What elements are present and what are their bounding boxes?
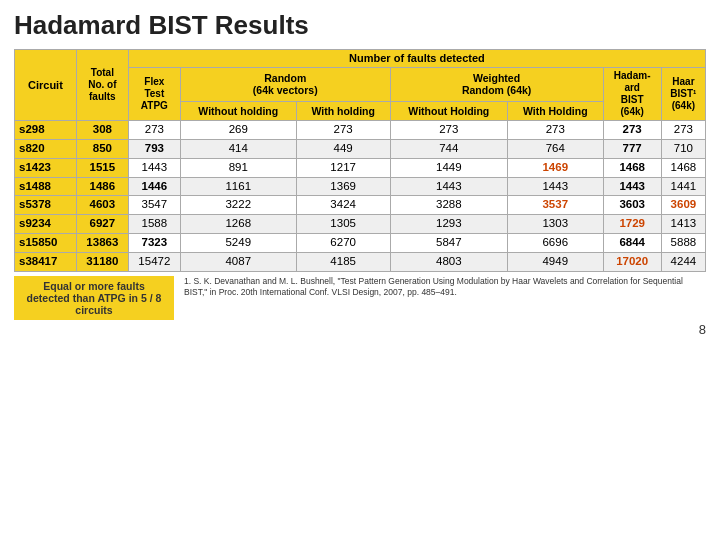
wrnd-with-cell: 4949: [507, 252, 603, 271]
circuit-cell: s15850: [15, 233, 77, 252]
total-cell: 850: [76, 139, 128, 158]
hadamard-cell: 1729: [603, 215, 661, 234]
hadamard-cell: 273: [603, 121, 661, 140]
rnd-with-cell: 3424: [296, 196, 390, 215]
hadamard-cell: 17020: [603, 252, 661, 271]
rnd-with-header: With holding: [296, 101, 390, 121]
flex-cell: 15472: [128, 252, 180, 271]
hadamard-cell: 6844: [603, 233, 661, 252]
flex-test-header: FlexTestATPG: [128, 68, 180, 121]
wrnd-without-cell: 744: [390, 139, 507, 158]
random-64k-header: Random(64k vectors): [180, 68, 390, 101]
wrnd-without-cell: 273: [390, 121, 507, 140]
circuit-cell: s38417: [15, 252, 77, 271]
hadamard-cell: 1468: [603, 158, 661, 177]
results-table: Circuit TotalNo. offaults Number of faul…: [14, 49, 706, 272]
wrnd-with-cell: 764: [507, 139, 603, 158]
circuit-cell: s820: [15, 139, 77, 158]
haar-cell: 710: [661, 139, 705, 158]
wrnd-without-cell: 1293: [390, 215, 507, 234]
haar-cell: 273: [661, 121, 705, 140]
total-cell: 31180: [76, 252, 128, 271]
flex-cell: 1443: [128, 158, 180, 177]
rnd-without-cell: 3222: [180, 196, 296, 215]
wrnd-with-cell: 3537: [507, 196, 603, 215]
haar-cell: 4244: [661, 252, 705, 271]
wrnd-with-cell: 1469: [507, 158, 603, 177]
rnd-with-cell: 6270: [296, 233, 390, 252]
footer-footnote: 1. S. K. Devanathan and M. L. Bushnell, …: [184, 276, 706, 300]
rnd-with-cell: 4185: [296, 252, 390, 271]
haar-cell: 1468: [661, 158, 705, 177]
page-number: 8: [14, 322, 706, 337]
rnd-without-cell: 414: [180, 139, 296, 158]
wrnd-without-cell: 1449: [390, 158, 507, 177]
rnd-without-cell: 891: [180, 158, 296, 177]
rnd-with-cell: 1305: [296, 215, 390, 234]
haar-cell: 1413: [661, 215, 705, 234]
rnd-without-header: Without holding: [180, 101, 296, 121]
total-cell: 1486: [76, 177, 128, 196]
hadamard-header: Hadam-ardBIST(64k): [603, 68, 661, 121]
total-cell: 6927: [76, 215, 128, 234]
circuit-cell: s1488: [15, 177, 77, 196]
wrnd-with-cell: 273: [507, 121, 603, 140]
weighted-random-header: WeightedRandom (64k): [390, 68, 603, 101]
hadamard-cell: 3603: [603, 196, 661, 215]
number-faults-header: Number of faults detected: [128, 50, 705, 68]
rnd-without-cell: 1268: [180, 215, 296, 234]
rnd-without-cell: 1161: [180, 177, 296, 196]
haar-cell: 3609: [661, 196, 705, 215]
circuit-cell: s298: [15, 121, 77, 140]
rnd-with-cell: 1369: [296, 177, 390, 196]
results-table-wrap: Circuit TotalNo. offaults Number of faul…: [14, 49, 706, 272]
wrnd-with-cell: 1303: [507, 215, 603, 234]
rnd-with-cell: 273: [296, 121, 390, 140]
footer-highlight: Equal or more faults detected than ATPG …: [14, 276, 174, 320]
wrnd-without-cell: 4803: [390, 252, 507, 271]
rnd-without-cell: 269: [180, 121, 296, 140]
flex-cell: 3547: [128, 196, 180, 215]
circuit-cell: s9234: [15, 215, 77, 234]
total-cell: 13863: [76, 233, 128, 252]
wrnd-without-cell: 5847: [390, 233, 507, 252]
rnd-without-cell: 5249: [180, 233, 296, 252]
page-title: Hadamard BIST Results: [14, 10, 706, 41]
haar-header: HaarBIST¹(64k): [661, 68, 705, 121]
hadamard-cell: 777: [603, 139, 661, 158]
footer: Equal or more faults detected than ATPG …: [14, 276, 706, 320]
wrnd-with-cell: 1443: [507, 177, 603, 196]
circuit-cell: s5378: [15, 196, 77, 215]
total-cell: 308: [76, 121, 128, 140]
total-cell: 1515: [76, 158, 128, 177]
rnd-without-cell: 4087: [180, 252, 296, 271]
wrnd-with-cell: 6696: [507, 233, 603, 252]
flex-cell: 7323: [128, 233, 180, 252]
flex-cell: 793: [128, 139, 180, 158]
hadamard-cell: 1443: [603, 177, 661, 196]
flex-cell: 1446: [128, 177, 180, 196]
wrnd-without-cell: 1443: [390, 177, 507, 196]
wrnd-with-header: With Holding: [507, 101, 603, 121]
rnd-with-cell: 1217: [296, 158, 390, 177]
circuit-cell: s1423: [15, 158, 77, 177]
haar-cell: 1441: [661, 177, 705, 196]
haar-cell: 5888: [661, 233, 705, 252]
flex-cell: 273: [128, 121, 180, 140]
wrnd-without-header: Without Holding: [390, 101, 507, 121]
total-faults-header: TotalNo. offaults: [76, 50, 128, 121]
wrnd-without-cell: 3288: [390, 196, 507, 215]
flex-cell: 1588: [128, 215, 180, 234]
rnd-with-cell: 449: [296, 139, 390, 158]
total-cell: 4603: [76, 196, 128, 215]
circuit-header: Circuit: [15, 50, 77, 121]
